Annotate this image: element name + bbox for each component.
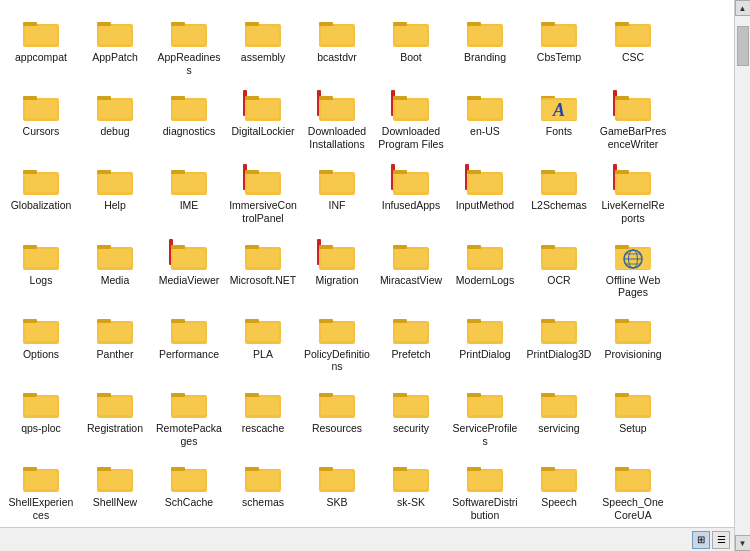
svg-rect-113 — [469, 249, 501, 267]
svg-rect-162 — [245, 393, 259, 397]
folder-immersivecontrolpanel[interactable]: ImmersiveControlPanel — [227, 158, 299, 228]
vertical-scrollbar[interactable]: ▲ ▼ — [734, 0, 750, 551]
folder-logs[interactable]: Logs — [5, 233, 77, 303]
scrollbar-track[interactable] — [735, 16, 750, 535]
folder-boot[interactable]: Boot — [375, 10, 447, 80]
folder-sk-sk[interactable]: sk-SK — [375, 455, 447, 525]
svg-rect-136 — [247, 323, 279, 341]
folder-csc[interactable]: CSC — [597, 10, 669, 80]
folder-offlinewebpages[interactable]: Offline Web Pages — [597, 233, 669, 303]
folder-microsoftnet[interactable]: Microsoft.NET — [227, 233, 299, 303]
folder-l2schemas[interactable]: L2Schemas — [523, 158, 595, 228]
folder-rescache[interactable]: rescache — [227, 381, 299, 451]
folder-mediaviewer[interactable]: MediaViewer — [153, 233, 225, 303]
folder-prefetch[interactable]: Prefetch — [375, 307, 447, 377]
folder-skb[interactable]: SKB — [301, 455, 373, 525]
folder-assembly[interactable]: assembly — [227, 10, 299, 80]
folder-speech[interactable]: Speech — [523, 455, 595, 525]
folder-shellnew[interactable]: ShellNew — [79, 455, 151, 525]
folder-registration[interactable]: Registration — [79, 381, 151, 451]
svg-rect-89 — [615, 170, 629, 174]
folder-diagnostics[interactable]: diagnostics — [153, 84, 225, 154]
folder-schemas[interactable]: schemas — [227, 455, 299, 525]
folder-label-boot: Boot — [400, 51, 422, 64]
svg-rect-153 — [23, 393, 37, 397]
folder-downloadedinstallations[interactable]: Downloaded Installations — [301, 84, 373, 154]
folder-performance[interactable]: Performance — [153, 307, 225, 377]
svg-rect-142 — [395, 323, 427, 341]
folder-ocr[interactable]: OCR — [523, 233, 595, 303]
svg-rect-93 — [25, 249, 57, 267]
folder-panther[interactable]: Panther — [79, 307, 151, 377]
file-explorer-content[interactable]: appcompat AppPatch AppReadiness assembly… — [0, 0, 734, 551]
folder-appcompat[interactable]: appcompat — [5, 10, 77, 80]
folder-cbstemp[interactable]: CbsTemp — [523, 10, 595, 80]
folder-branding[interactable]: Branding — [449, 10, 521, 80]
svg-rect-8 — [173, 26, 205, 44]
folder-resources[interactable]: Resources — [301, 381, 373, 451]
folder-infusedapps[interactable]: InfusedApps — [375, 158, 447, 228]
folder-bcastdvr[interactable]: bcastdvr — [301, 10, 373, 80]
folder-qps-ploc[interactable]: qps-ploc — [5, 381, 77, 451]
folder-shellexperiences[interactable]: ShellExperiences — [5, 455, 77, 525]
folder-icon-modernlogs — [465, 237, 505, 271]
folder-icon-schcache — [169, 459, 209, 493]
folder-schcache[interactable]: SchCache — [153, 455, 225, 525]
scroll-down-arrow[interactable]: ▼ — [735, 535, 751, 551]
folder-fonts[interactable]: A Fonts — [523, 84, 595, 154]
large-icon-view-button[interactable]: ⊞ — [692, 531, 710, 549]
folder-miracastview[interactable]: MiracastView — [375, 233, 447, 303]
svg-rect-68 — [173, 174, 205, 192]
folder-en-us[interactable]: en-US — [449, 84, 521, 154]
svg-rect-129 — [97, 319, 111, 323]
folder-migration[interactable]: Migration — [301, 233, 373, 303]
folder-cursors[interactable]: Cursors — [5, 84, 77, 154]
folder-gamebarpr[interactable]: GameBarPresenceWriter — [597, 84, 669, 154]
list-view-button[interactable]: ☰ — [712, 531, 730, 549]
scroll-up-arrow[interactable]: ▲ — [735, 0, 751, 16]
svg-rect-195 — [393, 467, 407, 471]
folder-label-l2schemas: L2Schemas — [531, 199, 586, 212]
svg-rect-139 — [321, 323, 353, 341]
folder-icon-branding — [465, 14, 505, 48]
folder-globalization[interactable]: Globalization — [5, 158, 77, 228]
folder-serviceprofiles[interactable]: ServiceProfiles — [449, 381, 521, 451]
scrollbar-thumb[interactable] — [737, 26, 749, 66]
folder-icon-immersivecontrolpanel — [243, 162, 283, 196]
folder-policydefinitions[interactable]: PolicyDefinitions — [301, 307, 373, 377]
folder-debug[interactable]: debug — [79, 84, 151, 154]
svg-rect-17 — [395, 26, 427, 44]
folder-media[interactable]: Media — [79, 233, 151, 303]
folder-setup[interactable]: Setup — [597, 381, 669, 451]
folder-provisioning[interactable]: Provisioning — [597, 307, 669, 377]
folder-modernlogs[interactable]: ModernLogs — [449, 233, 521, 303]
folder-label-ocr: OCR — [547, 274, 570, 287]
svg-rect-13 — [319, 22, 333, 26]
folder-softwaredistribution[interactable]: SoftwareDistribution — [449, 455, 521, 525]
folder-icon-downloadedprogramfiles — [391, 88, 431, 122]
svg-rect-135 — [245, 319, 259, 323]
folder-icon-ocr — [539, 237, 579, 271]
folder-appreadiness[interactable]: AppReadiness — [153, 10, 225, 80]
svg-rect-192 — [319, 467, 333, 471]
folder-printdialog3d[interactable]: PrintDialog3D — [523, 307, 595, 377]
folder-speech_onecoreua[interactable]: Speech_OneCoreUA — [597, 455, 669, 525]
folder-digitallocker[interactable]: DigitalLockier — [227, 84, 299, 154]
folder-livekernelreports[interactable]: LiveKernelReports — [597, 158, 669, 228]
folder-remotepackages[interactable]: RemotePackages — [153, 381, 225, 451]
svg-rect-25 — [615, 22, 629, 26]
folder-label-resources: Resources — [312, 422, 362, 435]
folder-label-immersivecontrolpanel: ImmersiveControlPanel — [229, 199, 297, 224]
folder-inf[interactable]: INF — [301, 158, 373, 228]
folder-options[interactable]: Options — [5, 307, 77, 377]
folder-printdialog[interactable]: PrintDialog — [449, 307, 521, 377]
folder-downloadedprogramfiles[interactable]: Downloaded Program Files — [375, 84, 447, 154]
folder-ime[interactable]: IME — [153, 158, 225, 228]
folder-servicing[interactable]: servicing — [523, 381, 595, 451]
folder-apppatch[interactable]: AppPatch — [79, 10, 151, 80]
folder-security[interactable]: security — [375, 381, 447, 451]
folder-help[interactable]: Help — [79, 158, 151, 228]
folder-icon-fonts: A — [539, 88, 579, 122]
folder-inputmethod[interactable]: InputMethod — [449, 158, 521, 228]
folder-pla[interactable]: PLA — [227, 307, 299, 377]
